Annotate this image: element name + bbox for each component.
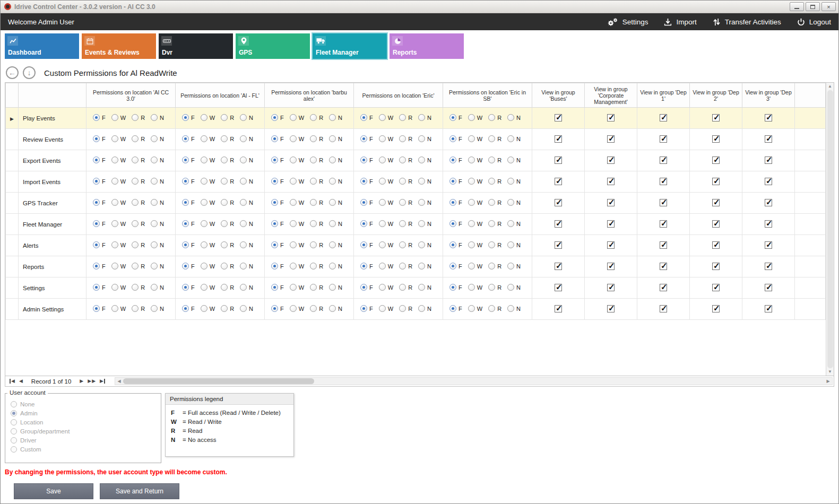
group-view-checkbox[interactable] [660, 220, 667, 228]
group-view-checkbox[interactable] [555, 263, 562, 270]
permission-radio-F[interactable]: F [93, 157, 106, 163]
permission-radio-R[interactable]: R [488, 199, 501, 206]
group-view-checkbox[interactable] [712, 241, 720, 249]
user-account-option-location[interactable]: Location [11, 419, 155, 425]
scroll-up-icon[interactable]: ▲ [828, 84, 832, 89]
permission-radio-W[interactable]: W [290, 263, 304, 270]
permission-radio-N[interactable]: N [240, 263, 253, 270]
tab-dashboard[interactable]: Dashboard [5, 33, 79, 59]
permission-radio-W[interactable]: W [379, 199, 393, 206]
permission-radio-F[interactable]: F [449, 305, 462, 312]
permission-radio-R[interactable]: R [399, 220, 412, 227]
save-return-button[interactable]: Save and Return [100, 483, 179, 499]
group-view-checkbox[interactable] [660, 284, 667, 291]
permission-radio-R[interactable]: R [399, 263, 412, 270]
group-view-checkbox[interactable] [765, 305, 772, 312]
user-account-option-custom[interactable]: Custom [11, 446, 155, 453]
permission-radio-N[interactable]: N [151, 135, 164, 142]
column-header[interactable]: Permissions on location 'barbu alex' [265, 83, 354, 108]
permission-radio-N[interactable]: N [418, 199, 431, 206]
scroll-right-icon[interactable]: ▶ [824, 379, 832, 384]
permission-radio-N[interactable]: N [418, 178, 431, 185]
permission-radio-W[interactable]: W [290, 114, 304, 121]
permission-radio-F[interactable]: F [93, 178, 106, 185]
group-view-checkbox[interactable] [765, 220, 772, 228]
permission-radio-R[interactable]: R [488, 263, 501, 270]
permission-radio-F[interactable]: F [271, 241, 284, 248]
first-record-icon[interactable]: ◀ [10, 379, 15, 384]
group-view-checkbox[interactable] [607, 199, 615, 206]
permission-radio-W[interactable]: W [468, 284, 482, 291]
group-view-checkbox[interactable] [765, 199, 772, 206]
permission-radio-R[interactable]: R [132, 157, 145, 163]
permission-radio-F[interactable]: F [182, 284, 195, 291]
permission-radio-W[interactable]: W [201, 114, 215, 121]
grid-row[interactable]: Import EventsFWRNFWRNFWRNFWRNFWRN [6, 171, 826, 193]
permission-radio-R[interactable]: R [132, 178, 145, 185]
group-view-checkbox[interactable] [712, 135, 720, 143]
group-view-checkbox[interactable] [607, 135, 615, 143]
permission-radio-R[interactable]: R [310, 114, 323, 121]
permission-radio-W[interactable]: W [111, 178, 126, 185]
group-view-checkbox[interactable] [765, 263, 772, 270]
permission-radio-N[interactable]: N [418, 114, 431, 121]
permission-radio-F[interactable]: F [182, 135, 195, 142]
group-view-checkbox[interactable] [660, 157, 667, 164]
grid-row[interactable]: Export EventsFWRNFWRNFWRNFWRNFWRN [6, 150, 826, 171]
permission-radio-F[interactable]: F [182, 263, 195, 270]
permission-radio-F[interactable]: F [449, 220, 462, 227]
permission-radio-N[interactable]: N [329, 284, 342, 291]
permission-radio-R[interactable]: R [399, 199, 412, 206]
permission-radio-W[interactable]: W [111, 241, 126, 248]
permission-radio-W[interactable]: W [201, 305, 215, 312]
permission-radio-F[interactable]: F [271, 199, 284, 206]
permission-radio-F[interactable]: F [93, 114, 106, 121]
permission-radio-R[interactable]: R [221, 305, 234, 312]
permission-radio-R[interactable]: R [221, 199, 234, 206]
import-button[interactable]: Import [664, 18, 696, 26]
grid-row[interactable]: GPS TrackerFWRNFWRNFWRNFWRNFWRN [6, 193, 826, 214]
group-view-checkbox[interactable] [555, 284, 562, 291]
user-account-option-driver[interactable]: Driver [11, 437, 155, 444]
group-view-checkbox[interactable] [660, 135, 667, 143]
group-view-checkbox[interactable] [712, 157, 720, 164]
permission-radio-N[interactable]: N [151, 220, 164, 227]
permission-radio-N[interactable]: N [507, 220, 521, 227]
permission-radio-N[interactable]: N [329, 220, 342, 227]
permission-radio-R[interactable]: R [221, 263, 234, 270]
logout-button[interactable]: Logout [797, 18, 831, 26]
permission-radio-F[interactable]: F [93, 220, 106, 227]
scroll-down-icon[interactable]: ▼ [828, 369, 832, 375]
permission-radio-R[interactable]: R [221, 135, 234, 142]
permission-radio-R[interactable]: R [399, 241, 412, 248]
group-view-checkbox[interactable] [765, 157, 772, 164]
minimize-button[interactable] [790, 2, 804, 11]
permission-radio-R[interactable]: R [221, 241, 234, 248]
group-view-checkbox[interactable] [712, 305, 720, 312]
transfer-activities-button[interactable]: Transfer Activities [713, 18, 781, 26]
next-page-icon[interactable]: ▶▶ [88, 379, 96, 384]
column-header[interactable]: View in group 'Corporate Management' [585, 83, 637, 108]
permission-radio-N[interactable]: N [151, 305, 164, 312]
maximize-button[interactable] [806, 2, 820, 11]
save-button[interactable]: Save [14, 483, 93, 499]
permission-radio-N[interactable]: N [507, 178, 521, 185]
permission-radio-R[interactable]: R [488, 135, 501, 142]
permission-radio-F[interactable]: F [182, 114, 195, 121]
horizontal-scrollbar[interactable]: ◀ ▶ [115, 377, 833, 385]
permission-radio-W[interactable]: W [379, 114, 393, 121]
column-header[interactable]: Permissions on location 'Eric in SB' [443, 83, 532, 108]
permission-radio-N[interactable]: N [418, 305, 431, 312]
permission-radio-W[interactable]: W [468, 199, 482, 206]
group-view-checkbox[interactable] [765, 135, 772, 143]
permission-radio-F[interactable]: F [93, 263, 106, 270]
permission-radio-F[interactable]: F [93, 305, 106, 312]
permission-radio-N[interactable]: N [418, 220, 431, 227]
permission-radio-R[interactable]: R [132, 241, 145, 248]
permission-radio-R[interactable]: R [310, 220, 323, 227]
permission-radio-N[interactable]: N [151, 241, 164, 248]
permission-radio-N[interactable]: N [507, 241, 521, 248]
group-view-checkbox[interactable] [712, 263, 720, 270]
group-view-checkbox[interactable] [555, 157, 562, 164]
permission-radio-R[interactable]: R [488, 305, 501, 312]
